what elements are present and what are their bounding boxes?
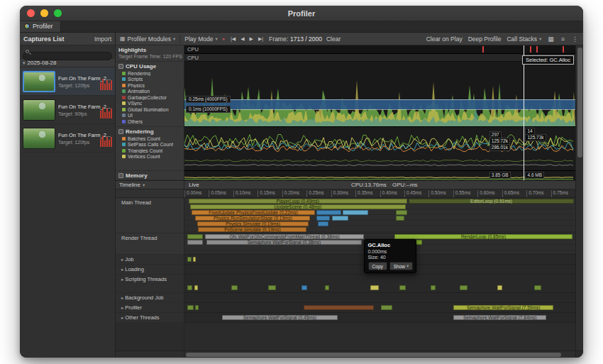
timeline-span[interactable] <box>316 216 330 221</box>
legend-item-physics[interactable]: Physics <box>116 82 184 89</box>
capture-item[interactable]: Fun On The Farm_2...Target: 120fps <box>20 124 115 153</box>
call-stacks-dropdown[interactable]: Call Stacks ▾ <box>507 35 541 43</box>
track-background[interactable] <box>184 293 575 303</box>
legend-item-garbagecollector[interactable]: GarbageCollector <box>116 94 184 101</box>
frame-playhead[interactable] <box>524 45 524 180</box>
timeline-view-dropdown[interactable]: Timeline ▾ <box>116 181 184 189</box>
timeline-span[interactable] <box>187 257 192 262</box>
thread-label-scripting[interactable]: ▸Scripting Threads <box>116 275 184 293</box>
vscroll-thumb[interactable] <box>577 48 582 158</box>
track-profiler[interactable]: Semaphore.WaitForSignal (7.59ms) <box>184 303 575 313</box>
zoom-window-button[interactable] <box>54 9 62 17</box>
live-toggle[interactable]: Live <box>189 182 199 188</box>
next-frame-button[interactable]: ▶ <box>248 36 255 42</box>
timeline-span[interactable]: RenderLoop (0.85ms) <box>394 234 572 239</box>
legend-item-vertices-count[interactable]: Vertices Count <box>116 154 184 160</box>
capture-item[interactable]: Fun On The Farm_2...Target: 90fps <box>20 96 115 124</box>
time-ruler[interactable]: 0.00ms0.05ms0.10ms0.15ms0.20ms0.25ms0.30… <box>184 189 575 198</box>
thread-label-loading[interactable]: ▸Loading <box>116 265 184 275</box>
timeline-span[interactable] <box>497 285 502 290</box>
clear-on-play-toggle[interactable]: Clear on Play <box>426 35 463 43</box>
legend-item-ui[interactable]: UI <box>116 113 184 119</box>
thread-label-background[interactable]: ▸Background Job <box>116 293 184 303</box>
legend-item-animation[interactable]: Animation <box>116 89 184 95</box>
timeline-span[interactable] <box>195 305 199 310</box>
frame-issue-tick[interactable] <box>536 46 538 53</box>
hscroll-track[interactable] <box>184 351 575 358</box>
timeline-span[interactable] <box>332 216 348 221</box>
timeline-span[interactable]: UpdateScene (0.48ms) <box>190 204 406 209</box>
timeline-span[interactable]: Semaphore.WaitForSignal (0.45ms) <box>222 315 338 320</box>
timeline-span[interactable] <box>399 285 406 290</box>
frame-issue-tick[interactable] <box>530 46 531 53</box>
timeline-span[interactable]: Semaphore.WaitForSignal (0.38ms) <box>206 240 362 245</box>
highlights-strip[interactable]: CPU <box>184 45 575 54</box>
timeline-span[interactable] <box>304 305 374 310</box>
cpu-usage-chart[interactable]: 0.25ms (4000FPS) 0.1ms (10000FPS) <box>184 62 575 127</box>
module-memory[interactable]: Memory <box>116 171 184 180</box>
record-icon[interactable]: ● <box>222 36 225 41</box>
timeline-span[interactable] <box>396 216 404 221</box>
layout-grid-icon[interactable]: ▦ <box>547 35 555 43</box>
legend-item-scripts[interactable]: Scripts <box>116 77 184 83</box>
vertical-scrollbar[interactable] <box>575 45 583 351</box>
thread-label-profiler[interactable]: ▸Profiler <box>116 303 184 313</box>
timeline-span[interactable]: PlayerLoop (0.49ms) <box>189 199 408 204</box>
memory-chart[interactable]: 3.85 GB 4.6 MB <box>184 171 575 180</box>
cpu-chart-header[interactable]: CPU <box>184 54 575 62</box>
timeline-span[interactable] <box>370 285 379 290</box>
legend-item-vsync[interactable]: VSync <box>116 101 184 107</box>
timeline-span[interactable]: Physics.RunSimulationStage (0.19ms) <box>195 216 310 221</box>
timeline-span[interactable] <box>194 285 197 290</box>
previous-frame-button[interactable]: ◀ <box>239 36 245 42</box>
timeline-span[interactable] <box>187 285 192 290</box>
legend-item-global-illumination[interactable]: Global Illumination <box>116 106 184 113</box>
timeline-span[interactable]: Semaphore.WaitForSignal (7.84ms) <box>453 315 546 320</box>
timeline-span[interactable] <box>396 210 407 215</box>
close-window-button[interactable] <box>27 9 35 17</box>
thread-label-job[interactable]: ▸Job <box>116 255 184 265</box>
timeline-span[interactable] <box>193 257 196 262</box>
timeline-span[interactable] <box>381 305 393 310</box>
legend-item-rendering[interactable]: Rendering <box>116 70 184 77</box>
track-other[interactable]: Semaphore.WaitForSignal (0.45ms)Semaphor… <box>184 313 575 323</box>
module-rendering[interactable]: Rendering Batches CountSetPass Calls Cou… <box>116 127 184 171</box>
tab-profiler[interactable]: Profiler <box>20 21 61 32</box>
timeline-span[interactable] <box>231 285 238 290</box>
legend-item-others[interactable]: Others <box>116 118 184 125</box>
more-options-icon[interactable]: ⋮ <box>571 35 579 43</box>
deep-profile-toggle[interactable]: Deep Profile <box>468 35 502 43</box>
timeline-span[interactable] <box>343 210 368 215</box>
legend-item-batches-count[interactable]: Batches Count <box>116 136 184 142</box>
rendering-chart[interactable]: 297 125.72k 286.01k 14 125.73k <box>184 127 575 171</box>
hscroll-thumb[interactable] <box>186 353 561 357</box>
timeline-span[interactable]: Semaphore.WaitForSignal (7.59ms) <box>453 305 553 310</box>
timeline-span[interactable] <box>187 234 203 239</box>
thread-label-other[interactable]: ▸Other Threads <box>116 313 184 323</box>
capture-item[interactable]: Fun On The Farm_2...Target: 120fps <box>20 67 115 96</box>
horizontal-scrollbar[interactable] <box>116 351 575 358</box>
clear-button[interactable]: Clear <box>326 35 341 43</box>
timeline-span[interactable]: EditorLoop (0.91ms) <box>409 199 574 204</box>
import-button[interactable]: Import <box>94 35 111 43</box>
last-frame-button[interactable]: ▶| <box>257 36 265 42</box>
thread-label-main[interactable]: Main Thread <box>116 198 184 233</box>
titlebar[interactable]: Profiler <box>20 6 583 21</box>
timeline-span[interactable] <box>318 221 328 226</box>
timeline-span[interactable] <box>534 285 541 290</box>
play-mode-dropdown[interactable]: Play Mode ▾ <box>184 35 217 43</box>
timeline-span[interactable] <box>325 285 329 290</box>
menu-icon[interactable]: ≡ <box>560 35 565 43</box>
timeline-span[interactable]: Gfx.WaitForGfxCommandsFromMainThread (0.… <box>205 234 365 239</box>
frame-issue-tick[interactable] <box>482 46 484 53</box>
show-dropdown-button[interactable]: Show▾ <box>389 262 414 270</box>
timeline-span[interactable] <box>187 240 203 245</box>
module-highlights[interactable]: Highlights Target Frame Time: 120 FPS <box>116 45 184 62</box>
profiler-modules-dropdown[interactable]: ▦ Profiler Modules ▾ <box>120 35 175 43</box>
first-frame-button[interactable]: |◀ <box>229 36 237 42</box>
timeline-span[interactable] <box>316 210 341 215</box>
timeline-span[interactable] <box>187 305 193 310</box>
timeline-span[interactable] <box>302 285 307 290</box>
timeline-span[interactable] <box>431 285 436 290</box>
minimize-window-button[interactable] <box>40 9 48 17</box>
